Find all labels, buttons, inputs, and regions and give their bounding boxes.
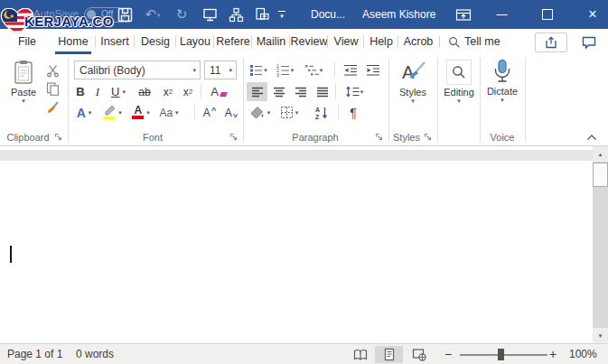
font-size-combo[interactable]: 11 ▾	[204, 61, 237, 79]
dictate-caret: ▾	[500, 97, 504, 103]
org-chart-button[interactable]	[224, 4, 248, 25]
read-mode-button[interactable]	[348, 346, 372, 363]
scissors-icon	[46, 64, 60, 78]
justify-button[interactable]	[312, 82, 332, 101]
maximize-button[interactable]	[532, 0, 562, 29]
shading-button[interactable]: ▾	[247, 103, 274, 122]
align-center-button[interactable]	[268, 82, 289, 101]
styles-button[interactable]: A Styles ▾	[392, 60, 434, 104]
web-layout-button[interactable]	[406, 346, 432, 363]
print-preview-icon	[255, 7, 270, 23]
tab-separator	[251, 35, 252, 48]
zoom-level[interactable]: 100%	[569, 348, 597, 360]
strikethrough-button[interactable]: ab	[134, 82, 155, 101]
align-center-icon	[273, 86, 285, 98]
decrease-indent-button[interactable]	[341, 61, 360, 79]
clear-formatting-button[interactable]: A	[206, 82, 231, 101]
scrollbar-thumb[interactable]	[593, 163, 608, 187]
page-indicator[interactable]: Page 1 of 1	[7, 348, 62, 360]
font-color-icon: A	[132, 106, 144, 119]
vertical-scrollbar[interactable]: ▲ ▼	[593, 146, 608, 343]
tab-references[interactable]: Refere	[214, 29, 252, 54]
ribbon-display-options-button[interactable]	[453, 4, 474, 25]
cut-button[interactable]	[42, 61, 63, 80]
highlighter-icon	[102, 105, 117, 120]
font-name-combo[interactable]: Calibri (Body) ▾	[74, 61, 201, 79]
underline-button[interactable]: U ▾	[107, 82, 130, 101]
minimize-button[interactable]: —	[487, 0, 517, 29]
present-button[interactable]	[198, 4, 221, 25]
scroll-down-button[interactable]: ▼	[593, 328, 608, 343]
subscript-button[interactable]: x2	[159, 82, 177, 101]
font-dialog-launcher[interactable]	[229, 133, 239, 142]
tab-design[interactable]: Desig	[135, 29, 176, 54]
line-spacing-button[interactable]: ▾	[341, 82, 368, 101]
tab-home[interactable]: Home	[51, 29, 95, 54]
redo-button[interactable]: ↻	[171, 4, 192, 25]
align-left-button[interactable]	[247, 82, 267, 101]
zoom-out-button[interactable]: −	[444, 347, 452, 361]
sort-button[interactable]: A Z	[311, 103, 332, 122]
change-case-button[interactable]: Aa ▾	[156, 103, 182, 122]
bold-button[interactable]: B	[72, 82, 89, 101]
ribbon-display-options-icon	[455, 7, 472, 23]
format-painter-button[interactable]	[42, 98, 63, 117]
font-color-button[interactable]: A ▾	[127, 103, 154, 122]
increase-indent-button[interactable]	[363, 61, 383, 79]
font-group-label: Font	[70, 130, 235, 145]
document-area[interactable]: ▲ ▼	[0, 146, 608, 343]
paragraph-dialog-launcher[interactable]	[375, 133, 384, 142]
tab-help[interactable]: Help	[364, 29, 398, 54]
grow-font-button[interactable]: A ^	[200, 103, 220, 122]
highlight-button[interactable]: ▾	[98, 103, 126, 122]
comments-button[interactable]	[573, 33, 605, 52]
share-button[interactable]	[535, 33, 567, 52]
superscript-button[interactable]: x2	[179, 82, 197, 101]
undo-button[interactable]: ↶ ▾	[140, 4, 165, 25]
editing-button[interactable]: Editing ▾	[440, 60, 478, 104]
tell-me-box[interactable]: Tell me	[464, 29, 506, 54]
tab-separator	[213, 35, 214, 48]
shading-icon	[250, 106, 266, 120]
clipboard-dialog-launcher[interactable]	[54, 133, 63, 142]
small-separator	[201, 84, 201, 99]
bullets-button[interactable]: ▾	[248, 61, 269, 79]
text-effects-button[interactable]: A ▾	[72, 103, 96, 122]
customize-qat-button[interactable]: ▾	[275, 4, 289, 25]
tab-acrobat[interactable]: Acrob	[398, 29, 438, 54]
show-formatting-button[interactable]: ¶	[344, 103, 362, 122]
print-preview-button[interactable]	[250, 4, 274, 25]
web-layout-icon	[412, 348, 426, 361]
zoom-in-button[interactable]: +	[549, 347, 557, 361]
font-color-caret: ▾	[146, 109, 150, 116]
tab-layout[interactable]: Layou	[176, 29, 214, 54]
dictate-button-label: Dictate	[487, 86, 518, 97]
svg-text:A: A	[402, 62, 415, 82]
print-layout-button[interactable]	[375, 346, 403, 363]
tab-review[interactable]: Review	[290, 29, 328, 54]
close-icon: ×	[588, 6, 596, 23]
save-button[interactable]	[114, 4, 136, 25]
dictate-button[interactable]: Dictate ▾	[482, 59, 522, 103]
italic-button[interactable]: I	[90, 82, 105, 101]
borders-caret: ▾	[295, 109, 299, 116]
collapse-ribbon-button[interactable]	[585, 132, 598, 143]
tab-insert[interactable]: Insert	[95, 29, 135, 54]
copy-button[interactable]	[42, 79, 63, 98]
multilevel-list-button[interactable]: ▾	[300, 61, 327, 79]
paste-button[interactable]: Paste ▾	[5, 60, 42, 104]
tab-mailings[interactable]: Mailin	[252, 29, 290, 54]
word-count[interactable]: 0 words	[76, 348, 114, 360]
styles-dialog-launcher[interactable]	[424, 133, 433, 142]
numbering-button[interactable]: 1 2 3 ▾	[272, 61, 297, 79]
shrink-font-button[interactable]: A ^	[221, 103, 241, 122]
tab-view[interactable]: View	[328, 29, 364, 54]
small-separator	[335, 84, 336, 99]
align-right-button[interactable]	[290, 82, 311, 101]
close-button[interactable]: ×	[577, 0, 608, 29]
zoom-slider-thumb[interactable]	[498, 349, 504, 360]
borders-button[interactable]: ▾	[276, 103, 303, 122]
document-title: Docu...	[311, 8, 345, 21]
small-separator	[338, 105, 339, 120]
scroll-up-button[interactable]: ▲	[593, 146, 608, 162]
